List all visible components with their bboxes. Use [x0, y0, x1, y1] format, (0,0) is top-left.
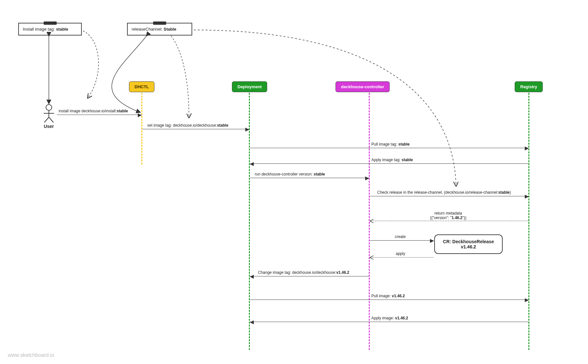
notebook-binding-icon [153, 21, 166, 25]
msg-apply-image-tag-label: Apply image tag: stable [371, 158, 413, 162]
lane-registry: Registry [515, 81, 543, 92]
actor-user-label: User [42, 124, 55, 129]
notebook-binding-icon [44, 21, 57, 25]
actor-user: User [42, 104, 55, 129]
msg-install-image [57, 115, 141, 115]
msg-pull-image-label: Pull image: v1.46.2 [371, 294, 405, 298]
note-release-channel-text: releaseChannel: Stable [132, 27, 176, 32]
lifeline-registry [528, 93, 529, 350]
msg-return-metadata-label: return metadata ({"version": "1.46.2"}) [430, 211, 466, 220]
msg-apply-image-label: Apply image: v1.46.2 [371, 316, 408, 320]
msg-return-metadata [370, 221, 528, 221]
msg-pull-image-tag [250, 148, 528, 148]
lane-controller: deckhouse-controller [336, 81, 390, 92]
msg-create-cr-label: create [395, 234, 406, 239]
svg-line-3 [44, 117, 49, 122]
msg-pull-image-tag-label: Pull image tag: stable [371, 142, 409, 147]
connector-curves [0, 0, 588, 364]
lane-deployment: Deployment [232, 81, 267, 92]
person-icon [42, 104, 55, 123]
msg-set-image-tag [142, 129, 249, 129]
svg-point-0 [46, 105, 52, 110]
svg-line-4 [49, 117, 53, 122]
msg-apply-image [250, 322, 528, 322]
lane-dhctl: DHCTL [129, 81, 154, 92]
msg-check-release-label: Check release in the release-channel. (d… [377, 190, 511, 195]
note-install-tag: Install image tag: stable [18, 23, 82, 35]
msg-create-cr [370, 240, 434, 241]
msg-check-release [370, 196, 528, 196]
msg-change-image-tag [250, 276, 369, 276]
msg-apply-image-tag [250, 163, 528, 164]
msg-pull-image [250, 300, 528, 300]
msg-run-controller [250, 178, 369, 178]
lifeline-dhctl [141, 93, 142, 164]
note-release-channel: releaseChannel: Stable [127, 23, 192, 35]
msg-set-image-tag-label: set image tag: deckhouse.io/deckhouse:st… [147, 123, 228, 128]
msg-apply-cr-label: apply [396, 251, 405, 256]
msg-change-image-tag-label: Change image tag: deckhouse.io/deckhouse… [258, 270, 349, 275]
msg-run-controller-label: run deckhouse-controller version: stable [255, 172, 325, 176]
msg-apply-cr [370, 257, 434, 258]
msg-install-image-label: install image deckhouse.io/install:stabl… [59, 109, 128, 113]
note-install-tag-text: Install image tag: stable [23, 27, 68, 32]
cr-deckhouse-release: CR: DeckhouseRelease v1.46.2 [434, 234, 503, 254]
watermark: www.sketchboard.io [8, 352, 54, 358]
